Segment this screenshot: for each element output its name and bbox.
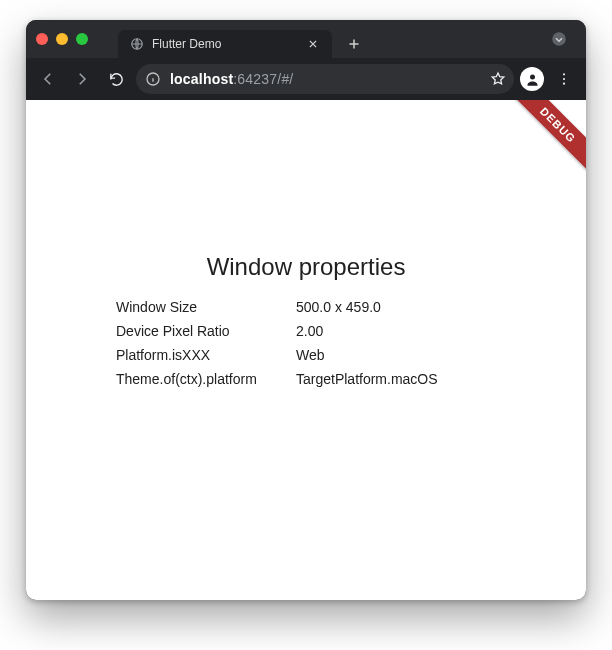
prop-value: 500.0 x 459.0 bbox=[296, 299, 496, 315]
window-close-button[interactable] bbox=[36, 33, 48, 45]
browser-window: Flutter Demo bbox=[26, 20, 586, 600]
profile-avatar[interactable] bbox=[520, 67, 544, 91]
tab-title: Flutter Demo bbox=[152, 37, 298, 51]
menu-button[interactable] bbox=[550, 65, 578, 93]
viewport: DEBUG Window properties Window Size 500.… bbox=[26, 100, 586, 600]
back-button[interactable] bbox=[34, 65, 62, 93]
svg-point-5 bbox=[530, 74, 535, 79]
chevron-down-icon[interactable] bbox=[546, 26, 572, 52]
browser-tab[interactable]: Flutter Demo bbox=[118, 30, 332, 58]
tab-strip: Flutter Demo bbox=[118, 20, 546, 58]
titlebar: Flutter Demo bbox=[26, 20, 586, 58]
svg-point-6 bbox=[563, 73, 565, 75]
page-content: Window properties Window Size 500.0 x 45… bbox=[26, 100, 586, 570]
reload-button[interactable] bbox=[102, 65, 130, 93]
url-text: localhost:64237/#/ bbox=[170, 71, 482, 87]
url-rest: :64237/#/ bbox=[233, 71, 293, 87]
close-tab-button[interactable] bbox=[306, 37, 320, 51]
svg-point-7 bbox=[563, 78, 565, 80]
prop-value: 2.00 bbox=[296, 323, 496, 339]
properties-table: Window Size 500.0 x 459.0 Device Pixel R… bbox=[116, 299, 496, 387]
svg-point-8 bbox=[563, 83, 565, 85]
window-maximize-button[interactable] bbox=[76, 33, 88, 45]
info-icon[interactable] bbox=[144, 70, 162, 88]
prop-label: Theme.of(ctx).platform bbox=[116, 371, 296, 387]
window-minimize-button[interactable] bbox=[56, 33, 68, 45]
bookmark-star-icon[interactable] bbox=[490, 71, 506, 87]
address-bar[interactable]: localhost:64237/#/ bbox=[136, 64, 514, 94]
prop-value: Web bbox=[296, 347, 496, 363]
forward-button[interactable] bbox=[68, 65, 96, 93]
svg-point-1 bbox=[552, 32, 566, 46]
prop-value: TargetPlatform.macOS bbox=[296, 371, 496, 387]
browser-toolbar: localhost:64237/#/ bbox=[26, 58, 586, 100]
traffic-lights bbox=[36, 33, 88, 45]
page-title: Window properties bbox=[207, 253, 406, 281]
globe-icon bbox=[130, 37, 144, 51]
prop-label: Platform.isXXX bbox=[116, 347, 296, 363]
prop-label: Window Size bbox=[116, 299, 296, 315]
prop-label: Device Pixel Ratio bbox=[116, 323, 296, 339]
new-tab-button[interactable] bbox=[342, 32, 366, 56]
url-host: localhost bbox=[170, 71, 233, 87]
